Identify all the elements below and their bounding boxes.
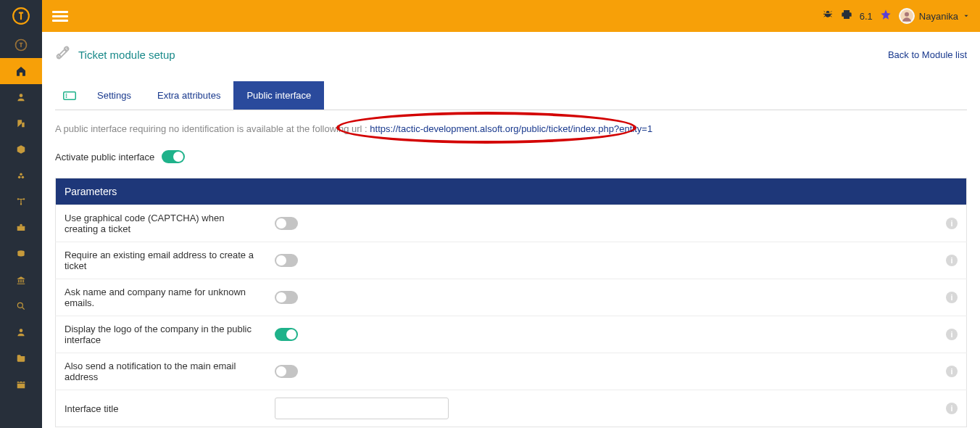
topbar: 6.1 Nayanika [42, 0, 980, 32]
svg-point-4 [22, 176, 24, 179]
page-header: Ticket module setup Back to Module list [55, 45, 967, 64]
star-icon[interactable] [880, 9, 892, 23]
user-menu[interactable]: Nayanika [899, 8, 970, 24]
param-control-cell [266, 390, 938, 427]
info-icon[interactable]: i [946, 218, 958, 229]
param-control-cell [266, 353, 938, 390]
chevron-down-icon [963, 12, 970, 20]
nav-hrm[interactable] [0, 319, 42, 345]
info-icon[interactable]: i [946, 366, 958, 377]
svg-point-2 [20, 94, 23, 97]
app-logo [0, 0, 42, 32]
info-icon[interactable]: i [946, 255, 958, 266]
nav-products[interactable] [0, 136, 42, 162]
table-row: Use graphical code (CAPTCHA) when creati… [56, 205, 967, 242]
nav-companies[interactable] [0, 110, 42, 136]
info-icon[interactable]: i [946, 329, 958, 340]
param-info-cell: i [937, 353, 967, 390]
param-info-cell: i [937, 205, 967, 242]
svg-point-5 [20, 173, 22, 176]
svg-rect-13 [17, 382, 25, 388]
bug-icon[interactable] [822, 9, 834, 23]
nav-billing[interactable] [0, 241, 42, 267]
svg-point-12 [20, 329, 23, 332]
nav-search[interactable] [0, 293, 42, 319]
info-icon[interactable]: i [946, 403, 958, 414]
print-icon[interactable] [841, 9, 852, 23]
activate-label: Activate public interface [55, 152, 154, 162]
nav-home[interactable] [0, 58, 42, 84]
activate-toggle[interactable] [162, 150, 185, 163]
param-control-cell [266, 205, 938, 242]
tab-public-interface[interactable]: Public interface [233, 81, 324, 110]
table-row: Ask name and company name for unknown em… [56, 279, 967, 316]
param-label: Use graphical code (CAPTCHA) when creati… [56, 205, 266, 242]
parameters-table: Parameters Use graphical code (CAPTCHA) … [55, 178, 967, 427]
info-icon[interactable]: i [946, 292, 958, 303]
intro-text: A public interface requiring no identifi… [55, 123, 967, 134]
public-url-link[interactable]: https://tactic-development.alsoft.org/pu… [370, 123, 652, 134]
svg-point-3 [18, 176, 21, 179]
param-info-cell: i [937, 279, 967, 316]
app-logo-secondary [0, 32, 42, 58]
activate-row: Activate public interface [55, 150, 967, 163]
nav-bank[interactable] [0, 267, 42, 293]
table-row: Require an existing email address to cre… [56, 242, 967, 279]
table-row: Interface titlei [56, 390, 967, 427]
tabs: Settings Extra attributes Public interfa… [55, 81, 967, 110]
avatar [899, 8, 915, 24]
svg-rect-9 [17, 226, 25, 231]
svg-rect-16 [64, 91, 76, 99]
param-info-cell: i [937, 390, 967, 427]
param-text-input[interactable] [275, 398, 449, 419]
param-label: Display the logo of the company in the p… [56, 316, 266, 353]
nav-users[interactable] [0, 84, 42, 110]
param-toggle[interactable] [275, 365, 298, 378]
nav-commerce[interactable] [0, 215, 42, 241]
table-row: Also send a notification to the main ema… [56, 353, 967, 390]
sidebar-nav [0, 58, 42, 398]
main-content: Ticket module setup Back to Module list … [42, 32, 980, 428]
param-label: Interface title [56, 390, 266, 427]
param-info-cell: i [937, 242, 967, 279]
param-toggle[interactable] [275, 254, 298, 267]
param-label: Also send a notification to the main ema… [56, 353, 266, 390]
param-label: Require an existing email address to cre… [56, 242, 266, 279]
nav-network[interactable] [0, 189, 42, 215]
tab-settings[interactable]: Settings [84, 81, 144, 110]
param-toggle[interactable] [275, 217, 298, 230]
param-toggle[interactable] [275, 328, 298, 341]
menu-toggle-button[interactable] [52, 9, 68, 24]
param-control-cell [266, 316, 938, 353]
nav-agenda[interactable] [0, 371, 42, 398]
svg-point-15 [905, 12, 909, 17]
intro-prefix: A public interface requiring no identifi… [55, 123, 370, 134]
left-sidebar [0, 0, 42, 428]
tools-icon [55, 45, 71, 64]
nav-bugs[interactable] [0, 162, 42, 189]
back-to-module-link[interactable]: Back to Module list [888, 49, 967, 60]
parameters-header: Parameters [56, 178, 967, 205]
param-label: Ask name and company name for unknown em… [56, 279, 266, 316]
param-info-cell: i [937, 316, 967, 353]
version-label: 6.1 [860, 11, 873, 22]
param-toggle[interactable] [275, 291, 298, 304]
svg-point-11 [17, 303, 22, 308]
tab-indicator-icon [55, 81, 84, 110]
param-control-cell [266, 279, 938, 316]
page-title: Ticket module setup [78, 49, 175, 61]
nav-documents[interactable] [0, 345, 42, 371]
table-row: Display the logo of the company in the p… [56, 316, 967, 353]
user-name: Nayanika [919, 11, 958, 22]
tab-extra-attributes[interactable]: Extra attributes [144, 81, 233, 110]
param-control-cell [266, 242, 938, 279]
